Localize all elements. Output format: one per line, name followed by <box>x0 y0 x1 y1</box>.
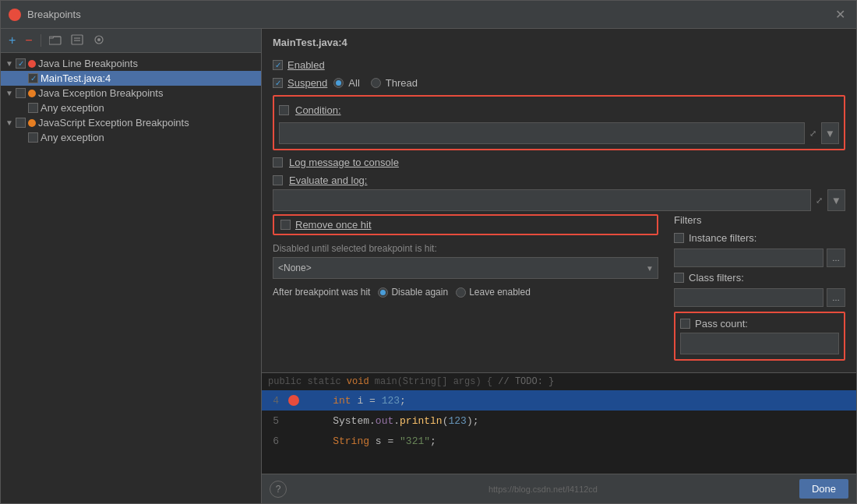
class-filters-input[interactable] <box>674 288 823 307</box>
close-button[interactable]: ✕ <box>832 5 848 23</box>
code-line-4: 4 int i = 123; <box>262 390 856 411</box>
help-button[interactable]: ? <box>270 481 287 498</box>
enabled-label[interactable]: Enabled <box>273 59 325 71</box>
condition-dropdown-button[interactable]: ▼ <box>821 122 839 144</box>
expand-arrow: ▼ <box>5 118 13 127</box>
enabled-row: Enabled <box>273 56 845 74</box>
condition-label: Condition: <box>295 104 341 116</box>
condition-input-row: ⤢ ▼ <box>279 122 839 144</box>
disable-again-text: Disable again <box>391 287 448 298</box>
breakpoint-marker <box>287 395 301 406</box>
expand-arrow: ▼ <box>5 59 13 68</box>
evaluate-dropdown-button[interactable]: ▼ <box>827 189 845 211</box>
all-radio-label[interactable]: All <box>333 77 359 89</box>
bottom-bar: ? https://blog.csdn.net/l4112cd Done <box>262 474 856 503</box>
instance-filters-input[interactable] <box>674 248 823 267</box>
enabled-text: Enabled <box>287 59 325 71</box>
log-message-row: Log message to console <box>273 153 845 171</box>
evaluate-input-row: ⤢ ▼ <box>273 189 845 211</box>
after-hit-label: After breakpoint was hit <box>273 287 370 298</box>
disabled-until-select-row: <None> ▼ <box>273 257 658 279</box>
folder-icon <box>49 34 62 45</box>
svg-rect-1 <box>72 35 83 44</box>
item-checkbox[interactable] <box>28 103 38 113</box>
folder-button[interactable] <box>46 33 65 49</box>
expand-evaluate-button[interactable]: ⤢ <box>814 194 824 207</box>
code-text: System.out.println(123); <box>301 415 478 427</box>
code-line-5: 5 System.out.println(123); <box>262 411 856 431</box>
group-label: JavaScript Exception Breakpoints <box>38 117 189 129</box>
leave-enabled-label[interactable]: Leave enabled <box>456 287 531 298</box>
bp-title: MainTest.java:4 <box>262 29 856 53</box>
condition-row: Condition: <box>279 101 839 119</box>
tree-group-js-exception[interactable]: ▼ JavaScript Exception Breakpoints <box>1 115 261 130</box>
code-line-6: 6 String s = "321"; <box>262 431 856 451</box>
pass-count-label: Pass count: <box>695 318 748 330</box>
condition-section: Condition: ⤢ ▼ <box>273 95 845 150</box>
thread-radio[interactable] <box>371 78 381 88</box>
breakpoints-dialog: Breakpoints ✕ + − <box>0 0 857 504</box>
view-source-button[interactable] <box>68 33 86 49</box>
all-radio[interactable] <box>333 78 344 88</box>
condition-checkbox[interactable] <box>279 105 289 115</box>
suspend-text: Suspend <box>287 77 327 89</box>
add-button[interactable]: + <box>5 32 19 49</box>
condition-input[interactable] <box>279 122 805 144</box>
instance-filters-input-row: … <box>674 248 845 267</box>
pass-count-input[interactable] <box>680 333 839 354</box>
left-options: Remove once hit Disabled until selected … <box>273 211 658 361</box>
done-button[interactable]: Done <box>799 479 848 499</box>
instance-filters-button[interactable]: … <box>827 248 845 267</box>
disable-again-label[interactable]: Disable again <box>378 287 448 298</box>
after-hit-row: After breakpoint was hit Disable again L… <box>273 284 658 301</box>
leave-enabled-radio[interactable] <box>456 287 466 298</box>
title-bar-left: Breakpoints <box>9 9 81 21</box>
group-checkbox[interactable] <box>16 118 26 128</box>
code-text: int i = 123; <box>301 395 406 407</box>
right-filters: Filters Instance filters: … <box>674 211 845 361</box>
pass-count-row: Pass count: <box>680 318 839 330</box>
remove-once-hit-checkbox[interactable] <box>280 220 291 230</box>
item-checkbox[interactable] <box>28 73 38 83</box>
disabled-until-select[interactable]: <None> <box>273 257 658 279</box>
group-label: Java Exception Breakpoints <box>38 87 163 99</box>
evaluate-input[interactable] <box>273 189 811 211</box>
instance-filters-row: Instance filters: <box>674 232 845 244</box>
evaluate-checkbox[interactable] <box>273 175 283 185</box>
left-panel: + − <box>1 29 262 503</box>
suspend-radio-group: All Thread <box>333 77 418 89</box>
expand-condition-button[interactable]: ⤢ <box>808 127 818 140</box>
enabled-checkbox[interactable] <box>273 60 283 70</box>
class-filters-button[interactable]: … <box>827 288 845 307</box>
item-checkbox[interactable] <box>28 132 38 143</box>
cut-line: public static void main(String[] args) {… <box>262 373 856 390</box>
group-checkbox[interactable] <box>16 88 26 98</box>
group-checkbox[interactable] <box>16 58 26 69</box>
main-content: + − <box>1 29 856 503</box>
disable-again-radio[interactable] <box>378 287 388 298</box>
suspend-label[interactable]: Suspend <box>273 77 327 89</box>
svg-point-5 <box>97 38 101 41</box>
url-text: https://blog.csdn.net/l4112cd <box>488 485 598 494</box>
remove-button[interactable]: − <box>22 32 35 49</box>
pass-count-checkbox[interactable] <box>680 319 690 329</box>
right-panel: MainTest.java:4 Enabled Suspend <box>262 29 856 503</box>
expand-arrow: ▼ <box>5 89 13 97</box>
tree-item-maintest[interactable]: MainTest.java:4 <box>1 71 261 86</box>
item-label: MainTest.java:4 <box>41 72 111 84</box>
group-label: Java Line Breakpoints <box>38 58 138 69</box>
tree-item-any-exception-java[interactable]: Any exception <box>1 100 261 115</box>
tree-group-java-line[interactable]: ▼ Java Line Breakpoints <box>1 56 261 71</box>
instance-filters-checkbox[interactable] <box>674 233 684 243</box>
thread-radio-label[interactable]: Thread <box>371 77 418 89</box>
tree-item-any-exception-js[interactable]: Any exception <box>1 130 261 145</box>
class-filters-checkbox[interactable] <box>674 273 684 283</box>
line-number: 5 <box>262 415 287 427</box>
jump-button[interactable] <box>90 33 108 49</box>
settings-area: Enabled Suspend All <box>262 53 856 372</box>
class-filters-row: Class filters: <box>674 272 845 284</box>
log-checkbox[interactable] <box>273 157 283 167</box>
suspend-checkbox[interactable] <box>273 78 283 88</box>
source-icon <box>71 34 83 45</box>
tree-group-java-exception[interactable]: ▼ Java Exception Breakpoints <box>1 86 261 100</box>
